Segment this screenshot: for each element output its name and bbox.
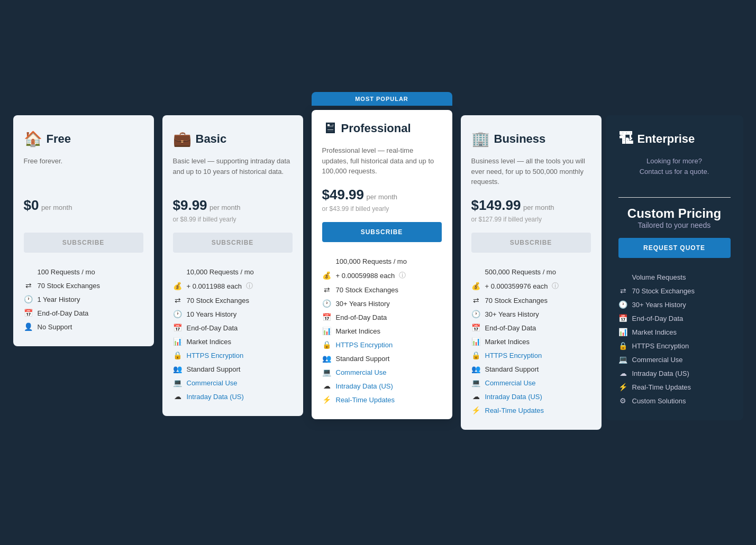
price-period-business: per month: [523, 204, 554, 211]
enterprise-icon: 🏗: [618, 130, 633, 147]
features-list-free: 100 Requests / mo ⇄ 70 Stock Exchanges 🕐…: [24, 265, 143, 334]
enterprise-feature-item: 💻 Commercial Use: [618, 353, 731, 366]
price-amount-professional: $49.99: [322, 187, 365, 202]
support-icon: 👤: [24, 322, 33, 331]
intraday-icon: ☁: [471, 392, 481, 401]
plan-title-free: 🏠 Free: [24, 130, 143, 147]
feature-text: 1 Year History: [38, 295, 80, 303]
features-list-business: 500,000 Requests / mo 💰 + 0.000359976 ea…: [471, 265, 591, 417]
calendar-icon: 📅: [173, 324, 183, 332]
price-period-professional: per month: [366, 193, 397, 201]
feature-text: 70 Stock Exchanges: [485, 297, 548, 304]
support-icon: 👥: [471, 365, 481, 373]
plan-price-free: $0 per month: [24, 197, 143, 214]
plan-price-professional: $49.99 per month: [322, 187, 442, 203]
exchange-icon: ⇄: [618, 287, 628, 295]
feature-item: 📅 End-of-Day Data: [471, 321, 591, 335]
feature-text: Market Indices: [187, 338, 232, 346]
history-icon: 🕐: [618, 300, 628, 309]
feature-item: 👥 Standard Support: [471, 362, 591, 376]
feature-text: 30+ Years History: [632, 301, 686, 309]
exchange-icon: ⇄: [322, 285, 332, 294]
feature-text: 10 Years History: [187, 310, 237, 318]
enterprise-feature-item: 📊 Market Indices: [618, 325, 731, 339]
subscribe-btn-professional[interactable]: SUBSCRIBE: [322, 222, 442, 242]
custom-pricing: Custom Pricing Tailored to your needs: [618, 206, 731, 229]
feature-text: Intraday Data (US): [187, 393, 244, 401]
calendar-icon: 📅: [618, 314, 628, 322]
lock-icon: 🔒: [471, 351, 481, 359]
feature-item: 🕐 30+ Years History: [322, 297, 442, 310]
feature-item: 🔒 HTTPS Encryption: [471, 348, 591, 362]
feature-item: 500,000 Requests / mo: [471, 265, 591, 279]
feature-text: 500,000 Requests / mo: [485, 268, 556, 276]
info-icon[interactable]: ⓘ: [552, 281, 559, 291]
enterprise-feature-item: ⇄ 70 Stock Exchanges: [618, 284, 731, 298]
price-yearly-basic: or $8.99 if billed yearly: [173, 216, 293, 223]
feature-text: Market Indices: [336, 327, 381, 335]
feature-text: HTTPS Encryption: [485, 352, 542, 359]
feature-item: ⇄ 70 Stock Exchanges: [322, 283, 442, 297]
enterprise-card: 🏗 Enterprise Looking for more?Contact us…: [606, 115, 743, 420]
price-amount-business: $149.99: [471, 197, 521, 213]
plan-title-business: 🏢 Business: [471, 130, 591, 147]
price-period-basic: per month: [210, 204, 241, 211]
realtime-icon: ⚡: [322, 395, 332, 404]
request-quote-btn[interactable]: REQUEST QUOTE: [618, 238, 731, 258]
subscribe-btn-business[interactable]: SUBSCRIBE: [471, 233, 591, 253]
history-icon: 🕐: [471, 310, 481, 318]
monitor-icon: 🖥: [322, 119, 337, 137]
feature-item: 👥 Standard Support: [173, 362, 293, 376]
enterprise-feature-item: 📅 End-of-Day Data: [618, 311, 731, 325]
subscribe-btn-basic[interactable]: SUBSCRIBE: [173, 233, 293, 253]
feature-item: 💻 Commercial Use: [173, 376, 293, 390]
feature-item: 👤 No Support: [24, 320, 143, 334]
plan-desc-business: Business level — all the tools you will …: [471, 156, 591, 188]
enterprise-feature-item: ⚡ Real-Time Updates: [618, 380, 731, 394]
features-list-basic: 10,000 Requests / mo 💰 + 0.0011988 each …: [173, 265, 293, 403]
exchange-icon: ⇄: [24, 281, 33, 290]
cost-icon: 💰: [471, 282, 481, 290]
enterprise-features: Volume Requests ⇄ 70 Stock Exchanges 🕐 3…: [618, 271, 731, 408]
history-icon: 🕐: [24, 295, 33, 303]
feature-text: No Support: [38, 323, 72, 331]
divider: [618, 197, 731, 198]
feature-text: Market Indices: [632, 328, 677, 336]
feature-item: ⚡ Real-Time Updates: [471, 403, 591, 417]
plan-price-business: $149.99 per month: [471, 197, 591, 214]
feature-item: ⇄ 70 Stock Exchanges: [471, 293, 591, 307]
intraday-icon: ☁: [322, 382, 332, 390]
feature-text: + 0.000359976 each: [485, 282, 548, 290]
feature-item: ⇄ 70 Stock Exchanges: [24, 279, 143, 292]
plan-title-professional: 🖥 Professional: [322, 119, 442, 137]
feature-text: 70 Stock Exchanges: [187, 297, 250, 304]
feature-text: Commercial Use: [485, 379, 536, 387]
feature-text: HTTPS Encryption: [336, 341, 393, 349]
price-amount-free: $0: [24, 197, 39, 213]
feature-item: ⚡ Real-Time Updates: [322, 393, 442, 407]
price-yearly-professional: or $43.99 if billed yearly: [322, 205, 442, 213]
cost-icon: 💰: [173, 282, 183, 290]
feature-item: 📊 Market Indices: [471, 335, 591, 348]
exchange-icon: ⇄: [173, 296, 183, 304]
info-icon[interactable]: ⓘ: [246, 281, 253, 291]
feature-item: ☁ Intraday Data (US): [173, 390, 293, 403]
plan-desc-basic: Basic level — supporting intraday data a…: [173, 156, 293, 188]
plan-desc-free: Free forever.: [24, 156, 143, 188]
commercial-icon: 💻: [471, 378, 481, 387]
enterprise-feature-item: 🕐 30+ Years History: [618, 298, 731, 311]
feature-text: 100 Requests / mo: [38, 268, 95, 276]
support-icon: 👥: [173, 365, 183, 373]
history-icon: 🕐: [173, 310, 183, 318]
feature-item: 🕐 1 Year History: [24, 292, 143, 306]
calendar-icon: 📅: [322, 313, 332, 321]
price-amount-basic: $9.99: [173, 197, 207, 213]
feature-text: Standard Support: [485, 365, 539, 373]
feature-item: 100,000 Requests / mo: [322, 255, 442, 268]
feature-text: 70 Stock Exchanges: [38, 282, 101, 290]
info-icon[interactable]: ⓘ: [399, 271, 406, 280]
custom-pricing-subtitle: Tailored to your needs: [618, 221, 731, 229]
history-icon: 🕐: [322, 299, 332, 308]
subscribe-btn-free[interactable]: SUBSCRIBE: [24, 233, 143, 253]
feature-item: 100 Requests / mo: [24, 265, 143, 279]
